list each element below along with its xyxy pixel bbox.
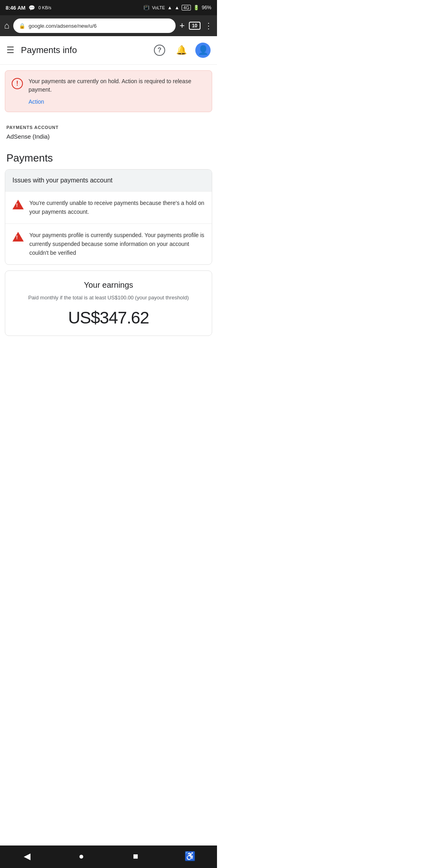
notifications-button[interactable]: 🔔: [174, 43, 189, 58]
signal-icon: ▲: [168, 5, 172, 10]
warning-triangle-icon-2: [12, 232, 24, 242]
signal-icon-2: ▲: [174, 5, 179, 10]
battery-percent: 96%: [202, 5, 211, 10]
tab-count[interactable]: 10: [189, 22, 201, 30]
browser-url-bar[interactable]: 🔒 google.com/adsense/new/u/6: [13, 18, 175, 33]
help-button[interactable]: ?: [152, 43, 167, 58]
hamburger-menu-button[interactable]: ☰: [6, 46, 14, 55]
payments-account-section: PAYMENTS ACCOUNT AdSense (India): [0, 118, 217, 148]
alert-content: Your payments are currently on hold. Act…: [29, 77, 205, 105]
browser-bar: ⌂ 🔒 google.com/adsense/new/u/6 + 10 ⋮: [0, 15, 217, 36]
alert-icon: !: [12, 78, 23, 89]
url-text: google.com/adsense/new/u/6: [29, 23, 170, 29]
earnings-subtitle: Paid monthly if the total is at least US…: [12, 294, 205, 302]
alert-message: Your payments are currently on hold. Act…: [29, 77, 205, 94]
browser-actions: + 10 ⋮: [180, 20, 213, 31]
issue-text-1: You're currently unable to receive payme…: [29, 199, 205, 216]
lock-icon: 🔒: [19, 23, 25, 29]
bell-icon: 🔔: [176, 45, 187, 55]
issues-card-header: Issues with your payments account: [5, 170, 212, 191]
payments-account-label: PAYMENTS ACCOUNT: [0, 118, 217, 131]
battery-icon: 🔋: [193, 5, 199, 10]
alert-action-link[interactable]: Action: [29, 98, 44, 105]
earnings-title: Your earnings: [12, 280, 205, 290]
status-bar: 8:46 AM 💬 0 KB/s 📳 VoLTE ▲ ▲ 4G 🔋 96%: [0, 0, 217, 15]
network-speed: 0 KB/s: [38, 5, 51, 10]
whatsapp-icon: 💬: [29, 5, 35, 11]
issue-item-1: You're currently unable to receive payme…: [5, 191, 212, 223]
page-title: Payments info: [21, 45, 145, 55]
issue-item-2: Your payments profile is currently suspe…: [5, 223, 212, 264]
page-header: ☰ Payments info ? 🔔 👤: [0, 36, 217, 65]
earnings-card: Your earnings Paid monthly if the total …: [5, 270, 212, 336]
vibrate-icon: 📳: [143, 5, 149, 10]
new-tab-button[interactable]: +: [180, 20, 185, 31]
status-left: 8:46 AM 💬 0 KB/s: [6, 5, 51, 11]
time: 8:46 AM: [6, 5, 25, 11]
volte-icon: VoLTE: [152, 5, 165, 10]
earnings-amount: US$347.62: [12, 308, 205, 328]
issue-text-2: Your payments profile is currently suspe…: [29, 231, 205, 257]
payments-account-value: AdSense (India): [0, 131, 217, 148]
avatar-icon: 👤: [198, 45, 209, 55]
browser-menu-button[interactable]: ⋮: [205, 21, 213, 31]
network-4g: 4G: [182, 5, 191, 10]
alert-banner: ! Your payments are currently on hold. A…: [5, 70, 212, 112]
warning-triangle-icon-1: [12, 200, 24, 209]
status-right: 📳 VoLTE ▲ ▲ 4G 🔋 96%: [143, 5, 211, 10]
payments-section-title: Payments: [0, 148, 217, 169]
issues-card: Issues with your payments account You're…: [5, 169, 212, 265]
browser-home-button[interactable]: ⌂: [4, 20, 9, 31]
help-icon: ?: [154, 45, 165, 56]
user-avatar-button[interactable]: 👤: [195, 43, 211, 58]
header-icons: ? 🔔 👤: [152, 43, 211, 58]
